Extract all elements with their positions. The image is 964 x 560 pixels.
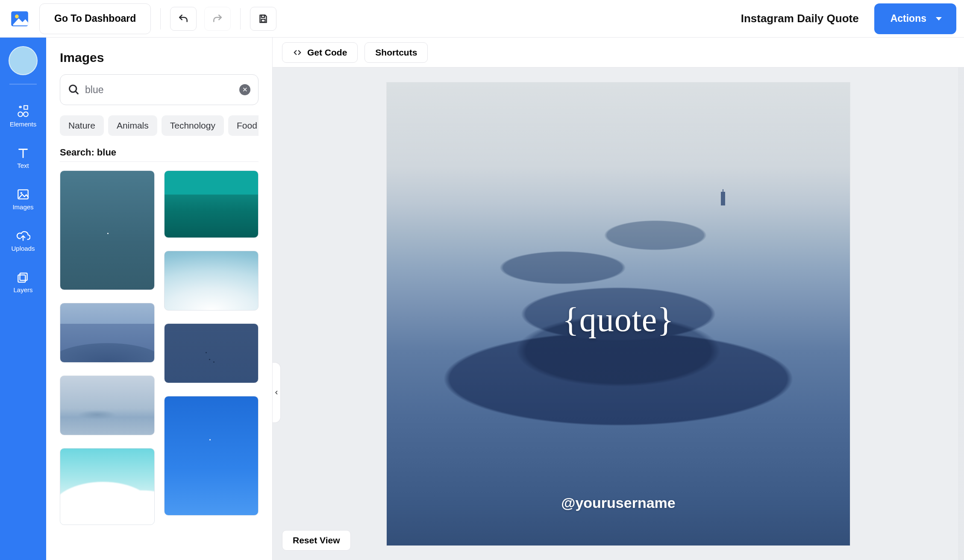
image-result[interactable] (164, 251, 259, 311)
search-label-prefix: Search: (60, 147, 97, 158)
masonry-col-1 (60, 170, 155, 525)
topbar-divider (240, 8, 241, 29)
image-result[interactable] (164, 396, 259, 516)
image-results-grid (60, 170, 259, 525)
actions-menu-button[interactable]: Actions (874, 3, 956, 34)
svg-rect-3 (262, 19, 265, 22)
canvas-username-text[interactable]: @yourusername (387, 495, 850, 511)
rail-item-label: Elements (10, 120, 37, 128)
code-icon (293, 48, 302, 57)
shortcuts-label: Shortcuts (375, 47, 417, 58)
rail-item-label: Text (17, 162, 29, 169)
rail-item-images[interactable]: Images (0, 181, 46, 217)
canvas-stage[interactable]: {quote} @yourusername Reset View (273, 67, 964, 560)
topbar: Go To Dashboard Instagram Daily Quote Ac… (0, 0, 964, 38)
svg-rect-2 (262, 15, 265, 17)
svg-point-4 (18, 112, 23, 117)
rail-item-label: Images (12, 203, 33, 211)
image-app-icon (10, 9, 29, 28)
chip-animals[interactable]: Animals (108, 115, 157, 136)
rail-item-elements[interactable]: Elements (0, 98, 46, 134)
svg-point-7 (21, 192, 22, 194)
artboard[interactable]: {quote} @yourusername (387, 82, 850, 545)
image-result[interactable] (164, 170, 259, 238)
app-logo[interactable] (8, 7, 32, 31)
chevron-down-icon (936, 17, 942, 21)
text-icon (16, 146, 30, 160)
close-icon: ✕ (242, 86, 248, 94)
image-result[interactable] (164, 323, 259, 383)
chip-technology[interactable]: Technology (162, 115, 224, 136)
image-result[interactable] (60, 448, 155, 525)
save-icon (258, 13, 269, 24)
layers-icon (16, 270, 30, 284)
search-label-value: blue (97, 147, 116, 158)
rail-item-uploads[interactable]: Uploads (0, 223, 46, 258)
cloud-upload-icon (16, 229, 30, 243)
masonry-col-2 (164, 170, 259, 525)
chip-food[interactable]: Food (228, 115, 259, 136)
image-result[interactable] (60, 303, 155, 363)
rail-divider (9, 84, 37, 85)
svg-rect-8 (20, 273, 27, 280)
category-chips: Nature Animals Technology Food (60, 115, 259, 136)
get-code-button[interactable]: Get Code (282, 42, 358, 63)
image-search-field[interactable]: ✕ (60, 74, 259, 105)
canvas-area: Get Code Shortcuts {quote} @yourusername… (273, 38, 964, 560)
left-rail: Elements Text Images Uploads (0, 38, 46, 560)
redo-icon (212, 13, 223, 24)
rail-item-label: Uploads (11, 245, 35, 252)
document-title[interactable]: Instagram Daily Quote (741, 12, 867, 25)
go-to-dashboard-button[interactable]: Go To Dashboard (39, 3, 151, 34)
workspace: Elements Text Images Uploads (0, 38, 964, 560)
search-icon (68, 84, 80, 96)
canvas-scrollbar[interactable] (958, 67, 964, 560)
clear-search-button[interactable]: ✕ (239, 84, 250, 95)
search-input[interactable] (85, 84, 234, 96)
avatar[interactable] (9, 46, 38, 75)
go-to-dashboard-label: Go To Dashboard (54, 13, 136, 24)
collapse-sidepanel-handle[interactable] (273, 362, 281, 423)
reset-view-label: Reset View (293, 535, 340, 545)
canvas-toolbar: Get Code Shortcuts (273, 38, 964, 67)
svg-point-5 (24, 112, 28, 117)
topbar-divider (160, 8, 161, 29)
svg-rect-9 (18, 275, 25, 282)
image-result[interactable] (60, 170, 155, 290)
canvas-quote-text[interactable]: {quote} (387, 300, 850, 339)
undo-button[interactable] (170, 7, 197, 31)
images-sidepanel: Images ✕ Nature Animals Technology Food (46, 38, 273, 560)
rail-item-text[interactable]: Text (0, 140, 46, 175)
redo-button[interactable] (204, 7, 231, 31)
shortcuts-button[interactable]: Shortcuts (364, 42, 428, 63)
image-result[interactable] (60, 375, 155, 435)
chip-nature[interactable]: Nature (60, 115, 104, 136)
svg-point-1 (15, 15, 19, 18)
sidepanel-title: Images (60, 50, 259, 65)
undo-icon (178, 13, 189, 24)
sidepanel-scroll[interactable]: Images ✕ Nature Animals Technology Food (46, 38, 272, 560)
image-icon (16, 187, 30, 202)
rail-item-layers[interactable]: Layers (0, 264, 46, 299)
actions-label: Actions (891, 13, 926, 24)
get-code-label: Get Code (307, 47, 347, 58)
reset-view-button[interactable]: Reset View (282, 530, 351, 551)
results-divider (60, 161, 259, 162)
rail-item-label: Layers (13, 286, 32, 293)
save-button[interactable] (250, 7, 276, 31)
search-result-label: Search: blue (60, 147, 259, 158)
chevron-left-icon (274, 388, 279, 397)
shapes-icon (16, 104, 30, 119)
